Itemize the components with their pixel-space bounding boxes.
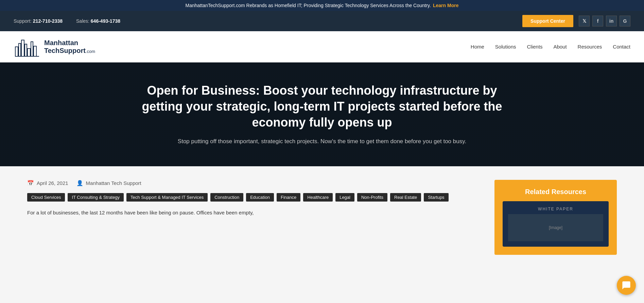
contact-bar-right: Support Center 𝕏 f in G [522,15,630,27]
tag-nonprofits[interactable]: Non-Profits [357,193,387,202]
support-center-button[interactable]: Support Center [522,15,573,27]
facebook-icon[interactable]: f [592,16,603,26]
white-paper-image: [Image] [508,214,603,241]
learn-more-link[interactable]: Learn More [433,3,458,8]
svg-rect-4 [28,49,30,56]
hero-section: Open for Business: Boost your technology… [0,62,644,166]
article-body: For a lot of businesses, the last 12 mon… [27,208,481,217]
svg-rect-3 [25,44,27,56]
contact-bar: Support: 212-710-2338 Sales: 646-493-173… [0,11,644,31]
support-phone: Support: 212-710-2338 [14,18,63,24]
nav-about[interactable]: About [553,44,567,50]
article-date: 📅 April 26, 2021 [27,180,68,186]
nav-contact[interactable]: Contact [613,44,630,50]
tag-cloud-services[interactable]: Cloud Services [27,193,65,202]
linkedin-icon[interactable]: in [606,16,617,26]
hero-content: Open for Business: Boost your technology… [135,83,509,146]
nav-home[interactable]: Home [471,44,484,50]
article-author: 👤 Manhattan Tech Support [76,180,141,186]
sidebar: Related Resources WHITE PAPER [Image] [494,180,617,255]
main-nav: Manhattan TechSupport.com Home Solutions… [0,31,644,62]
article-meta: 📅 April 26, 2021 👤 Manhattan Tech Suppor… [27,180,481,186]
logo-text-block: Manhattan TechSupport.com [44,39,95,55]
svg-rect-2 [21,40,24,56]
twitter-icon[interactable]: 𝕏 [579,16,590,26]
white-paper-card: WHITE PAPER [Image] [503,201,609,247]
announcement-bar: ManhattanTechSupport.com Rebrands as Hom… [0,0,644,11]
calendar-icon: 📅 [27,180,34,186]
logo-icon [14,37,41,57]
white-paper-label: WHITE PAPER [508,207,603,211]
nav-solutions[interactable]: Solutions [495,44,516,50]
tag-finance[interactable]: Finance [277,193,300,202]
main-content: 📅 April 26, 2021 👤 Manhattan Tech Suppor… [0,166,644,268]
nav-resources[interactable]: Resources [578,44,602,50]
related-resources-heading: Related Resources [503,188,609,196]
logo[interactable]: Manhattan TechSupport.com [14,37,95,57]
svg-rect-5 [31,42,33,56]
tags-row: Cloud Services IT Consulting & Strategy … [27,193,481,202]
hero-subtext: Stop putting off those important, strate… [135,137,509,146]
tag-education[interactable]: Education [246,193,274,202]
svg-rect-0 [15,47,18,56]
tag-construction[interactable]: Construction [210,193,243,202]
tag-consulting[interactable]: IT Consulting & Strategy [68,193,124,202]
nav-links-list: Home Solutions Clients About Resources C… [471,44,630,50]
contact-info: Support: 212-710-2338 Sales: 646-493-173… [14,18,120,24]
hero-heading: Open for Business: Boost your technology… [135,83,509,130]
svg-rect-6 [34,46,36,56]
tag-healthcare[interactable]: Healthcare [303,193,333,202]
article-area: 📅 April 26, 2021 👤 Manhattan Tech Suppor… [27,180,481,255]
tag-startups[interactable]: Startups [424,193,448,202]
tag-tech-support[interactable]: Tech Support & Managed IT Services [126,193,208,202]
announcement-text: ManhattanTechSupport.com Rebrands as Hom… [186,3,431,8]
related-resources: Related Resources WHITE PAPER [Image] [494,180,617,255]
sales-phone: Sales: 646-493-1738 [76,18,120,24]
tag-legal[interactable]: Legal [335,193,354,202]
svg-rect-1 [19,43,21,56]
google-icon[interactable]: G [620,16,630,26]
social-icons-group: 𝕏 f in G [579,16,630,26]
nav-clients[interactable]: Clients [527,44,543,50]
tag-real-estate[interactable]: Real Estate [390,193,421,202]
author-icon: 👤 [76,180,83,186]
